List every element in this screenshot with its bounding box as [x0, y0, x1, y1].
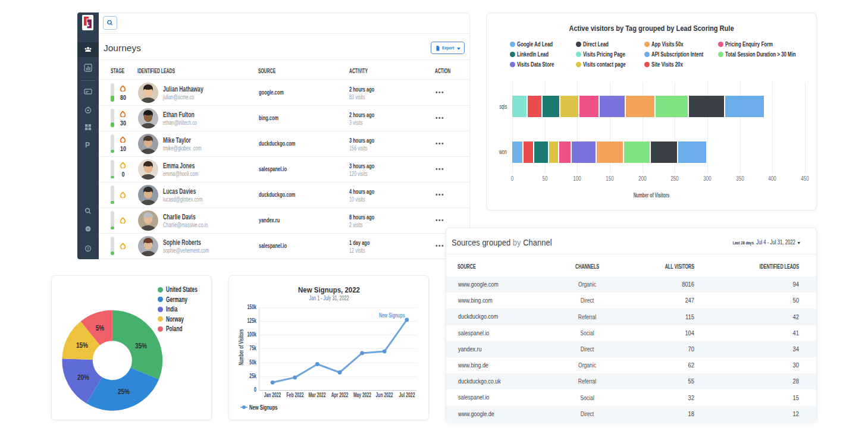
- svg-text:?: ?: [87, 247, 89, 251]
